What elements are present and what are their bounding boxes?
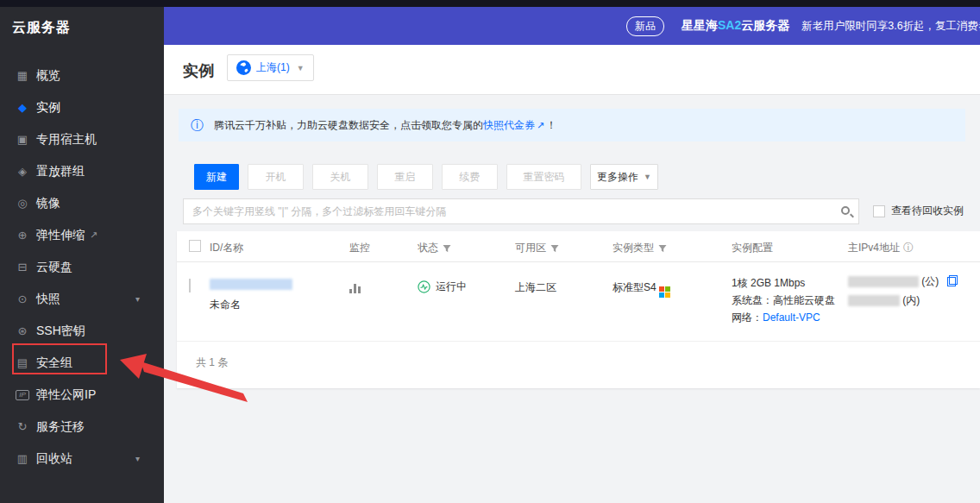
header-status: 状态 <box>418 241 451 255</box>
ssh-key-icon: ⊛ <box>16 324 29 337</box>
sidebar-item-dedicated-hosts[interactable]: ▣ 专用宿主机 <box>0 123 164 155</box>
sidebar-item-security-groups[interactable]: ▤ 安全组 <box>0 347 164 379</box>
promo-banner-content: 新品 星星海SA2云服务器 新老用户限时同享3.6折起，复工消费券免费 <box>626 7 980 45</box>
renew-button[interactable]: 续费 <box>442 164 498 190</box>
status-text: 运行中 <box>436 280 467 294</box>
sa2-highlight: SA2 <box>718 18 741 32</box>
filter-funnel-icon[interactable] <box>443 244 451 253</box>
chevron-down-icon[interactable]: ▾ <box>135 294 140 304</box>
instance-name: 未命名 <box>210 298 241 312</box>
security-group-icon: ▤ <box>16 356 29 369</box>
eip-icon: IP <box>16 390 29 400</box>
copy-icon[interactable] <box>947 275 958 286</box>
region-label: 上海(1) <box>256 60 290 75</box>
row-checkbox[interactable] <box>189 279 191 292</box>
promo-banner[interactable]: 新品 星星海SA2云服务器 新老用户限时同享3.6折起，复工消费券免费 <box>164 7 980 45</box>
public-ip-line: (公) <box>848 274 958 289</box>
header-zone: 可用区 <box>515 241 559 255</box>
instance-table: ID/名称 监控 状态 可用区 实例类型 实例配置 主IPv4地址ⓘ 未命名 <box>177 231 980 388</box>
service-migration-icon: ↻ <box>16 420 29 433</box>
region-selector[interactable]: 上海(1) ▼ <box>227 54 314 81</box>
header-instance-type: 实例类型 <box>612 241 667 255</box>
notice-text: 腾讯云千万补贴，力助云硬盘数据安全，点击领取您专属的快照代金券↗！ <box>214 118 556 133</box>
recycle-checkbox-group[interactable]: 查看待回收实例 <box>873 204 964 218</box>
placement-group-icon: ◈ <box>16 165 29 178</box>
page-header: 实例 上海(1) ▼ <box>164 45 980 95</box>
search-icon[interactable] <box>841 206 850 215</box>
sidebar: 云服务器 ▦ 概览 ◆ 实例 ▣ 专用宿主机 ◈ 置放群组 ◎ 镜像 <box>0 0 164 503</box>
search-box <box>183 198 859 224</box>
sidebar-item-cloud-disks[interactable]: ⊟ 云硬盘 <box>0 251 164 283</box>
sidebar-item-eip[interactable]: IP 弹性公网IP <box>0 379 164 411</box>
header-id-name: ID/名称 <box>210 241 243 255</box>
zone-text: 上海二区 <box>515 280 556 295</box>
cloud-disk-icon: ⊟ <box>16 261 29 274</box>
config-disk: 系统盘：高性能云硬盘 <box>732 293 835 308</box>
filter-funnel-icon[interactable] <box>658 244 667 253</box>
overview-icon: ▦ <box>16 69 29 82</box>
filter-bar: 查看待回收实例 <box>183 198 980 224</box>
recycle-bin-icon: ▥ <box>16 452 29 465</box>
instance-type-text: 标准型S4 <box>612 280 670 298</box>
console-page: 云服务器 ▦ 概览 ◆ 实例 ▣ 专用宿主机 ◈ 置放群组 ◎ 镜像 <box>0 0 980 503</box>
reset-password-button[interactable]: 重置密码 <box>506 164 581 190</box>
select-all-checkbox[interactable] <box>189 240 201 252</box>
info-icon: ⓘ <box>191 117 204 134</box>
config-network: 网络：Default-VPC <box>732 311 820 325</box>
image-icon: ◎ <box>16 197 29 210</box>
create-button[interactable]: 新建 <box>194 164 239 190</box>
sidebar-nav: ▦ 概览 ◆ 实例 ▣ 专用宿主机 ◈ 置放群组 ◎ 镜像 ⊕ 弹性伸缩 <box>0 60 164 475</box>
header-instance-config: 实例配置 <box>732 241 773 255</box>
recycle-checkbox[interactable] <box>873 205 885 217</box>
notice-banner: ⓘ 腾讯云千万补贴，力助云硬盘数据安全，点击领取您专属的快照代金券↗！ <box>179 109 965 141</box>
caret-down-icon: ▼ <box>297 64 305 72</box>
table-header-row: ID/名称 监控 状态 可用区 实例类型 实例配置 主IPv4地址ⓘ <box>177 231 980 262</box>
caret-down-icon: ▼ <box>644 173 651 181</box>
recycle-checkbox-label: 查看待回收实例 <box>891 204 964 218</box>
more-actions-button[interactable]: 更多操作 ▼ <box>590 164 658 190</box>
main-content: 实例 上海(1) ▼ ⓘ 腾讯云千万补贴，力助云硬盘数据安全，点击领取您专属的快… <box>164 45 980 503</box>
instance-id-redacted[interactable] <box>210 279 292 290</box>
table-row[interactable]: 未命名 运行中 上海二区 标准型S4 1核 2GB 1Mbps <box>177 262 980 342</box>
instance-icon: ◆ <box>16 101 29 114</box>
public-ip-redacted <box>848 276 919 287</box>
sidebar-item-instances[interactable]: ◆ 实例 <box>0 91 164 123</box>
coupon-link[interactable]: 快照代金券 <box>483 119 535 131</box>
windows-os-icon <box>659 286 670 298</box>
sidebar-item-recycle-bin[interactable]: ▥ 回收站 ▾ <box>0 443 164 475</box>
globe-icon <box>236 60 251 75</box>
table-footer: 共 1 条 <box>177 342 980 387</box>
sidebar-item-service-migration[interactable]: ↻ 服务迁移 <box>0 411 164 443</box>
chevron-down-icon[interactable]: ▾ <box>135 454 140 463</box>
sidebar-item-ssh-keys[interactable]: ⊛ SSH密钥 <box>0 315 164 347</box>
vpc-link[interactable]: Default-VPC <box>763 311 820 324</box>
total-count: 共 1 条 <box>196 355 228 370</box>
new-product-badge: 新品 <box>626 16 664 36</box>
page-title: 实例 <box>183 60 214 81</box>
sidebar-item-placement-groups[interactable]: ◈ 置放群组 <box>0 155 164 187</box>
sidebar-item-overview[interactable]: ▦ 概览 <box>0 60 164 91</box>
promo-text: 新老用户限时同享3.6折起，复工消费券免费 <box>801 19 980 34</box>
sidebar-item-auto-scaling[interactable]: ⊕ 弹性伸缩 ↗ <box>0 219 164 251</box>
power-off-button[interactable]: 关机 <box>312 164 368 190</box>
search-input[interactable] <box>184 199 829 223</box>
header-ipv4: 主IPv4地址ⓘ <box>848 241 914 255</box>
snapshot-icon: ⊙ <box>16 292 29 305</box>
sidebar-item-snapshots[interactable]: ⊙ 快照 ▾ <box>0 283 164 315</box>
private-ip-line: (内) <box>848 293 920 308</box>
filter-funnel-icon[interactable] <box>550 244 559 253</box>
restart-button[interactable]: 重启 <box>377 164 433 190</box>
promo-product-name: 星星海SA2云服务器 <box>682 18 789 34</box>
auto-scaling-icon: ⊕ <box>16 229 29 242</box>
private-ip-redacted <box>848 295 900 306</box>
status-running-icon <box>418 280 430 293</box>
toolbar: 新建 开机 关机 重启 续费 重置密码 更多操作 ▼ <box>194 164 658 190</box>
info-icon[interactable]: ⓘ <box>903 241 914 255</box>
top-dark-strip <box>0 0 980 7</box>
external-link-icon: ↗ <box>90 229 97 241</box>
dedicated-host-icon: ▣ <box>16 133 29 146</box>
power-on-button[interactable]: 开机 <box>248 164 304 190</box>
sidebar-item-images[interactable]: ◎ 镜像 <box>0 187 164 219</box>
config-spec: 1核 2GB 1Mbps <box>732 276 805 291</box>
monitor-chart-icon[interactable] <box>349 283 362 293</box>
